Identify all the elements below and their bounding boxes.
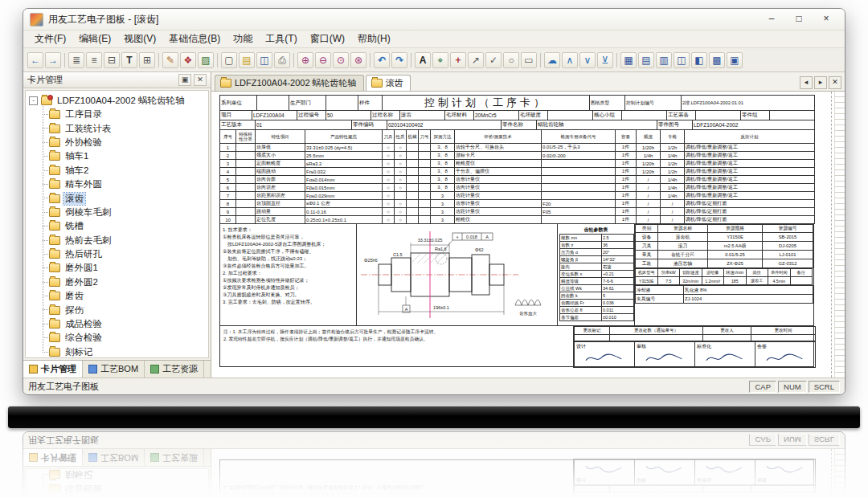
field-label: 样件: [358, 96, 383, 111]
cell: [407, 208, 419, 216]
pencil-icon[interactable]: ✎: [162, 52, 178, 68]
tree-item[interactable]: 磨外圆2: [39, 276, 207, 289]
tab-process-bom[interactable]: 工艺BOM: [83, 361, 145, 378]
tab-scroll-left-icon[interactable]: ◂: [800, 76, 813, 89]
tree-item[interactable]: 热前去毛刺: [39, 234, 207, 247]
cell: ○: [383, 208, 395, 216]
card-template-icon[interactable]: ▣: [727, 52, 743, 68]
field-value: [770, 111, 815, 120]
forward-icon[interactable]: →: [45, 52, 61, 68]
folder-icon: [49, 320, 60, 329]
tree-item[interactable]: 刻标记: [39, 345, 207, 358]
collapse-icon[interactable]: -: [29, 96, 38, 105]
tree-item[interactable]: 成品检验: [39, 317, 207, 331]
panel-close-icon[interactable]: ✕: [194, 74, 207, 86]
split-cell-icon[interactable]: ◧: [691, 52, 707, 68]
close-button[interactable]: ×: [814, 12, 838, 27]
prev-view-icon[interactable]: ∧: [562, 52, 578, 68]
menu-item[interactable]: 基础信息(B): [162, 31, 227, 47]
datum-icon[interactable]: ⌖: [432, 52, 448, 68]
new-file-icon[interactable]: ▢: [221, 52, 237, 68]
roughness-icon[interactable]: ✓: [485, 52, 502, 68]
cell: 3: [431, 192, 455, 200]
redo-icon[interactable]: ↷: [391, 52, 407, 68]
maximize-button[interactable]: □: [787, 12, 811, 27]
tree-item[interactable]: 铣槽: [39, 219, 207, 233]
open-file-icon[interactable]: ▤: [239, 52, 255, 68]
tree-item[interactable]: 热后研孔: [39, 247, 207, 261]
menu-item[interactable]: 工具(T): [259, 31, 303, 47]
signature-cell: 标准化: [695, 342, 755, 368]
tab-card-management[interactable]: 卡片管理: [23, 361, 83, 378]
zoom-in-icon[interactable]: ⊕: [297, 52, 313, 68]
tree-item[interactable]: 综合检验: [39, 331, 207, 345]
scrollbar[interactable]: [834, 92, 845, 378]
insert-col-icon[interactable]: ▥: [656, 52, 672, 68]
field-value: 滚齿: [400, 111, 445, 120]
tree-item[interactable]: 精车外圆: [39, 178, 207, 191]
layers-icon[interactable]: ≣: [68, 52, 84, 68]
palette-icon[interactable]: ❖: [180, 52, 196, 68]
tree-item[interactable]: 磨齿: [39, 289, 207, 303]
gear-param-row: 螺旋角 β 14°32′: [560, 256, 634, 263]
tree-root-item[interactable]: - LDFZ100A04-2002 蜗轮齿轮轴: [27, 93, 207, 108]
cell: 调机/降低/重新调整/返工: [685, 176, 815, 184]
table-props-icon[interactable]: ▩: [709, 52, 725, 68]
cell: 齿距计量仪: [455, 208, 542, 216]
doc-tab-hobbing[interactable]: 滚齿: [366, 75, 411, 91]
tree-item[interactable]: 探伤: [39, 303, 207, 316]
pin-icon[interactable]: ▣: [178, 74, 191, 86]
cell: [610, 335, 703, 341]
tree-item[interactable]: 外协检验: [39, 136, 207, 149]
merge-cell-icon[interactable]: ◫: [674, 52, 690, 68]
menu-item[interactable]: 窗口(W): [304, 31, 351, 47]
tree-item[interactable]: 倒棱车毛刺: [39, 206, 207, 219]
frame-icon[interactable]: ▭: [521, 52, 537, 68]
zoom-window-icon[interactable]: ⊙: [333, 52, 349, 68]
menu-item[interactable]: 功能: [227, 31, 259, 47]
tree-item[interactable]: 滚齿: [39, 191, 207, 205]
menu-item[interactable]: 视图(V): [117, 31, 162, 47]
print-icon[interactable]: ⎙: [274, 52, 290, 68]
next-view-icon[interactable]: ∨: [579, 52, 596, 68]
machine-value: 185: [724, 277, 747, 285]
cell: [542, 160, 616, 168]
fit-view-icon[interactable]: ⊻: [597, 52, 613, 68]
undo-icon[interactable]: ↶: [374, 52, 390, 68]
svg-text:⌖: ⌖: [456, 235, 458, 239]
text-style-icon[interactable]: T: [121, 52, 137, 68]
minimize-button[interactable]: –: [760, 12, 784, 27]
text-annotation-icon[interactable]: A: [415, 52, 431, 68]
insert-row-icon[interactable]: ▤: [638, 52, 654, 68]
tab-scroll-right-icon[interactable]: ▸: [814, 76, 827, 89]
cross-symbol-icon[interactable]: +: [450, 52, 466, 68]
save-file-icon[interactable]: ◫: [256, 52, 272, 68]
align-icon[interactable]: ≡: [86, 52, 102, 68]
doc-tab-part[interactable]: LDFZ100A04-2002 蜗轮齿轮轴: [215, 75, 364, 91]
order-icon[interactable]: ⊟: [104, 52, 120, 68]
zoom-all-icon[interactable]: ⊛: [350, 52, 366, 68]
cell: [407, 160, 419, 168]
back-icon[interactable]: ←: [27, 52, 43, 68]
grid-icon[interactable]: ⊞: [139, 52, 155, 68]
tree-item[interactable]: 磨外圆1: [39, 261, 207, 275]
tree-item[interactable]: 轴车1: [39, 149, 207, 163]
menu-item[interactable]: 帮助(H): [351, 31, 397, 47]
balloon-icon[interactable]: ○: [503, 52, 519, 68]
param-value: 20°: [602, 249, 634, 256]
tree-item[interactable]: 工装统计表: [39, 121, 207, 135]
tree-item[interactable]: 工序目录: [39, 108, 207, 121]
tab-process-resources[interactable]: 工艺资源: [145, 361, 204, 378]
svg-text:C1.5: C1.5: [393, 252, 403, 257]
zoom-out-icon[interactable]: ⊖: [315, 52, 331, 68]
table-card-icon[interactable]: ▦: [620, 52, 637, 68]
pan-view-icon[interactable]: ☁: [544, 52, 560, 68]
window-content: 卡片管理 ▣ ✕ - LDFZ100A04-2002 蜗轮齿轮轴: [23, 72, 845, 378]
image-icon[interactable]: ▨: [198, 52, 214, 68]
tab-close-icon[interactable]: ✕: [829, 76, 841, 89]
page-boundary-line: [831, 92, 832, 378]
menu-item[interactable]: 文件(F): [28, 31, 72, 47]
menu-item[interactable]: 编辑(E): [72, 31, 117, 47]
leader-icon[interactable]: ↗: [468, 52, 484, 68]
tree-item[interactable]: 轴车2: [39, 164, 207, 178]
